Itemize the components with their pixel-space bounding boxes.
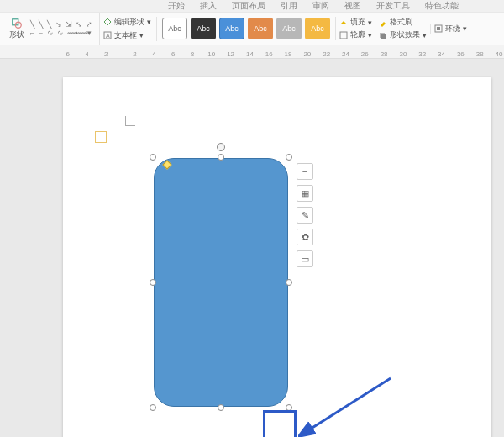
svg-line-9: [308, 378, 391, 430]
tab-layout[interactable]: 页面布局: [232, 0, 265, 12]
ruler-mark: 26: [360, 50, 370, 58]
svg-rect-4: [340, 32, 347, 39]
ruler-mark: 14: [245, 50, 255, 58]
text-box-icon: A: [103, 31, 112, 39]
tab-dev[interactable]: 开发工具: [376, 0, 410, 12]
effect-icon: [379, 31, 387, 39]
wrap-icon: [434, 24, 443, 33]
resize-handle-tr[interactable]: [286, 154, 292, 161]
editor-surface: − ▦ ✎ ✿ ▭: [0, 59, 504, 437]
chevron-down-icon: ▾: [139, 31, 144, 39]
annotation-highlight-box: [263, 410, 297, 437]
shape-effect-label: 形状效果: [390, 29, 420, 40]
style-swatch-6[interactable]: Abc: [305, 18, 330, 39]
ruler-mark: 20: [302, 50, 312, 58]
tab-reference[interactable]: 引用: [281, 0, 297, 12]
shapes-label: 形状: [9, 29, 24, 40]
paragraph-mark: [95, 131, 107, 143]
chevron-down-icon: ▾: [147, 18, 151, 26]
wrap-group: 环绕▾: [430, 24, 470, 34]
ruler-mark: 40: [494, 50, 503, 58]
edit-shape-label: 编辑形状: [114, 17, 144, 28]
edit-shape-button[interactable]: 编辑形状▾: [103, 17, 151, 28]
ruler-mark: 16: [265, 50, 274, 58]
ruler-mark: 32: [417, 50, 427, 58]
fill-label: 填充: [350, 17, 365, 28]
edit-group: 编辑形状▾ A 文本框▾: [100, 17, 157, 41]
fill-icon: [339, 18, 348, 27]
ruler-mark: 6: [168, 50, 177, 58]
resize-handle-bl[interactable]: [150, 404, 156, 411]
ruler-mark: 36: [456, 50, 465, 58]
ruler-mark: 38: [475, 50, 484, 58]
shapes-button[interactable]: 形状: [5, 13, 29, 44]
chevron-down-icon: ▾: [368, 18, 372, 27]
ruler-mark: 8: [187, 50, 197, 58]
resize-handle-ml[interactable]: [150, 279, 156, 286]
resize-handle-mr[interactable]: [286, 279, 292, 286]
wrap-button[interactable]: 环绕▾: [434, 24, 467, 34]
ruler-mark: 18: [283, 50, 292, 58]
shapes-icon: [11, 18, 23, 29]
style-swatch-2[interactable]: Abc: [191, 18, 216, 39]
selected-shape[interactable]: [154, 158, 288, 407]
ruler-mark: 2: [130, 50, 139, 58]
chevron-down-icon: ▾: [423, 31, 427, 39]
ruler-mark: 12: [226, 50, 235, 58]
ruler-mark: 34: [437, 50, 446, 58]
annotation-arrow: [298, 371, 399, 437]
text-box-button[interactable]: A 文本框▾: [103, 30, 151, 41]
ruler-mark: 28: [379, 50, 388, 58]
fill-outline-group: 填充▾ 轮廓▾: [335, 17, 375, 40]
float-btn-collapse[interactable]: −: [297, 163, 313, 180]
float-btn-layout[interactable]: ▦: [297, 185, 313, 202]
ruler-mark: 4: [82, 50, 92, 58]
style-swatch-1[interactable]: Abc: [162, 18, 187, 39]
style-gallery: Abc Abc Abc Abc Abc Abc: [157, 18, 335, 39]
margin-corner-mark: [125, 116, 135, 126]
ruler-mark: 22: [322, 50, 331, 58]
resize-handle-bm[interactable]: [218, 404, 224, 411]
tab-start[interactable]: 开始: [168, 0, 185, 12]
ruler-mark: 4: [150, 50, 159, 58]
float-btn-style[interactable]: ✿: [297, 229, 313, 245]
tab-review[interactable]: 审阅: [312, 0, 329, 12]
document-page[interactable]: − ▦ ✎ ✿ ▭: [63, 77, 491, 437]
ruler-mark: 10: [207, 50, 216, 58]
format-painter-button[interactable]: 格式刷: [379, 17, 427, 28]
horizontal-ruler: 642246810121416182022242628303234363840: [0, 45, 504, 59]
style-swatch-3[interactable]: Abc: [219, 18, 244, 39]
rotate-handle[interactable]: [217, 143, 225, 151]
resize-handle-tl[interactable]: [150, 154, 156, 161]
svg-rect-6: [381, 34, 386, 39]
svg-text:A: A: [106, 33, 110, 39]
format-painter-label: 格式刷: [390, 17, 412, 28]
shape-effect-button[interactable]: 形状效果▾: [379, 29, 427, 40]
ribbon: 形状 ╲╲╲↘⇲⤡⤢ ⌐⌐∿∿⟿⟿▾ 编辑形状▾ A 文本框▾ Abc Abc …: [0, 12, 504, 45]
outline-icon: [339, 31, 348, 39]
outline-button[interactable]: 轮廓▾: [339, 29, 372, 40]
tab-view[interactable]: 视图: [344, 0, 361, 12]
outline-label: 轮廓: [350, 29, 365, 40]
floating-toolbar: − ▦ ✎ ✿ ▭: [297, 163, 315, 267]
style-swatch-4[interactable]: Abc: [248, 18, 273, 39]
ruler-mark: 6: [63, 50, 72, 58]
menu-tabs: 开始 插入 页面布局 引用 审阅 视图 开发工具 特色功能: [168, 0, 459, 12]
ruler-mark: 24: [341, 50, 350, 58]
line-gallery[interactable]: ╲╲╲↘⇲⤡⤢ ⌐⌐∿∿⟿⟿▾: [29, 13, 94, 44]
tab-insert[interactable]: 插入: [200, 0, 217, 12]
ruler-mark: 30: [398, 50, 407, 58]
tab-feature[interactable]: 特色功能: [425, 0, 459, 12]
fill-button[interactable]: 填充▾: [339, 17, 372, 28]
style-swatch-5[interactable]: Abc: [276, 18, 302, 39]
text-box-label: 文本框: [114, 30, 137, 41]
float-btn-edit[interactable]: ✎: [297, 207, 313, 224]
float-btn-outline[interactable]: ▭: [297, 250, 313, 267]
edit-shape-icon: [103, 18, 112, 26]
brush-icon: [379, 18, 387, 27]
chevron-down-icon: ▾: [463, 24, 467, 33]
rounded-rectangle-shape[interactable]: [154, 158, 288, 407]
wrap-label: 环绕: [445, 24, 460, 34]
resize-handle-tm[interactable]: [218, 154, 224, 161]
svg-rect-8: [437, 27, 440, 30]
